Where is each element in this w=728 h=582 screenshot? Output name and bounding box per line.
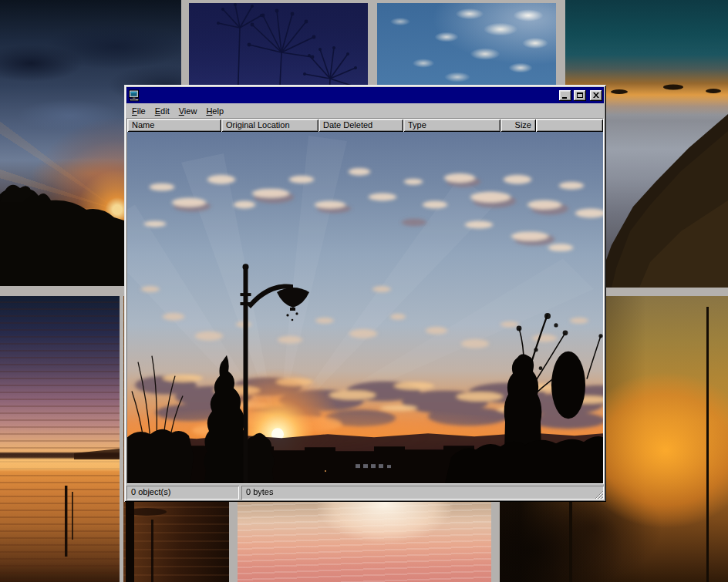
column-header-original-location[interactable]: Original Location — [221, 119, 318, 132]
column-header-row: Name Original Location Date Deleted Type… — [127, 119, 603, 132]
titlebar[interactable] — [126, 87, 604, 103]
maximize-icon — [577, 93, 583, 98]
menu-bar: File Edit View Help — [126, 103, 604, 118]
desktop: { "desktop": { "background_color": "#b4b… — [0, 0, 728, 582]
close-icon — [593, 93, 599, 98]
status-bar: 0 object(s) 0 bytes — [126, 484, 604, 500]
minimize-button[interactable] — [559, 90, 571, 101]
status-size: 0 bytes — [241, 486, 604, 500]
list-content-area[interactable] — [127, 132, 603, 483]
close-button[interactable] — [590, 90, 602, 101]
resize-grip[interactable] — [594, 489, 603, 499]
status-size-text: 0 bytes — [246, 487, 273, 496]
column-header-type[interactable]: Type — [403, 119, 501, 132]
recycle-bin-window: File Edit View Help Name Original Locati… — [124, 85, 606, 502]
menu-help[interactable]: Help — [201, 105, 228, 117]
menu-edit[interactable]: Edit — [150, 105, 174, 117]
list-view: Name Original Location Date Deleted Type… — [126, 118, 604, 484]
wallpaper-tile-violet-sea — [0, 296, 120, 582]
column-header-blank[interactable] — [536, 119, 603, 132]
column-header-name[interactable]: Name — [127, 119, 221, 132]
status-object-count: 0 object(s) — [126, 486, 239, 500]
sunset-streetlamp-photo — [127, 132, 603, 483]
menu-view[interactable]: View — [174, 105, 202, 117]
column-header-date-deleted[interactable]: Date Deleted — [318, 119, 403, 132]
sea-poles-graphic — [0, 296, 120, 582]
column-header-size[interactable]: Size — [501, 119, 536, 132]
maximize-button[interactable] — [574, 90, 586, 101]
menu-file[interactable]: File — [127, 105, 150, 117]
computer-icon[interactable] — [128, 89, 140, 102]
minimize-icon — [562, 97, 567, 99]
